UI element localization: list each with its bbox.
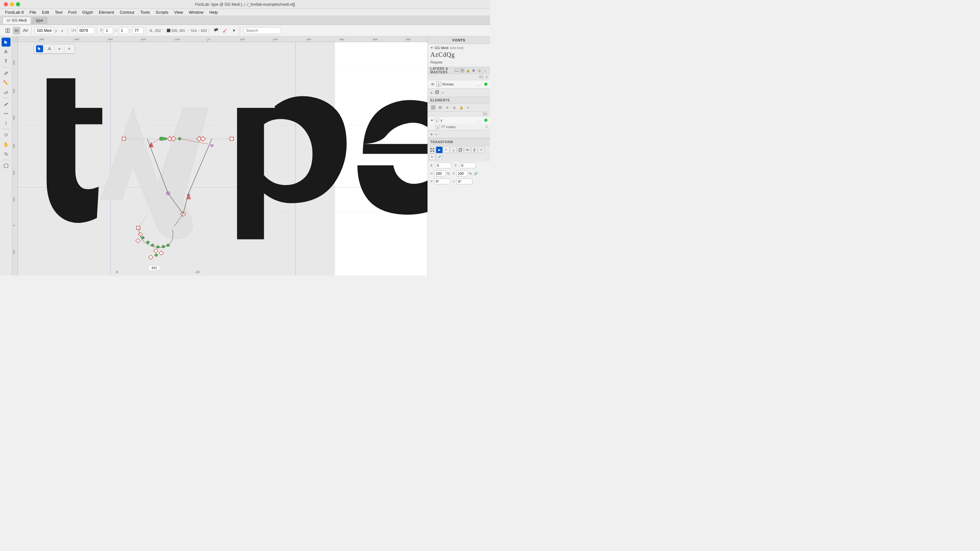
menu-glyph[interactable]: Glyph [80, 9, 96, 15]
menu-edit[interactable]: Edit [40, 9, 52, 15]
layer-eye-roman[interactable] [430, 82, 435, 86]
elem-icon-plus[interactable]: + [465, 105, 471, 110]
svg-text:0: 0 [13, 225, 15, 226]
tool-eraser[interactable] [2, 88, 11, 97]
tool-pointer[interactable] [2, 38, 11, 46]
svg-point-95 [432, 84, 433, 85]
tr-icon-flip-v[interactable] [471, 147, 477, 153]
canvas-area[interactable]: 500 -400 -300 -200 -100 0 100 200 300 40… [12, 37, 428, 275]
menu-view[interactable]: View [172, 9, 186, 15]
transform-rotate-input[interactable] [434, 179, 450, 184]
menu-scripts[interactable]: Scripts [153, 9, 171, 15]
layers-icon-add[interactable] [454, 68, 459, 73]
color-flag-btn[interactable]: 🏴 [212, 27, 220, 35]
tool-separator-1 [3, 67, 10, 67]
tool-type[interactable]: T [2, 57, 11, 66]
tool-text[interactable]: A [2, 47, 11, 56]
axis-options-btn[interactable]: ⬥ [58, 27, 66, 35]
font-name: GG Medi [434, 46, 449, 50]
tr-icon-copy[interactable] [457, 147, 463, 153]
toolbar-panels-btn[interactable] [4, 27, 11, 35]
layers-icon-gear[interactable]: ⚙ [471, 68, 476, 73]
toolbar-view-controls: Aı AV [2, 27, 32, 35]
elem-icon-list[interactable] [438, 105, 443, 110]
element-expand[interactable]: ▼ [430, 119, 434, 122]
element-y-row[interactable]: ▼ y y ... [428, 117, 490, 124]
tool-zoom[interactable] [2, 149, 11, 159]
tr-icon-cut[interactable]: ✂ [443, 147, 450, 153]
maximize-button[interactable] [16, 2, 20, 6]
advance-input[interactable] [104, 27, 113, 34]
transform-x-input[interactable] [436, 163, 452, 168]
tr-icon-play[interactable]: ▶ [436, 147, 442, 153]
tool-shapes[interactable] [2, 130, 11, 139]
layers-duplicate-btn[interactable] [435, 90, 439, 95]
svg-rect-50 [160, 137, 163, 140]
menu-tools[interactable]: Tools [138, 9, 153, 15]
elem-icon-x[interactable]: ✕ [444, 105, 450, 110]
transform-icons: ▶ ✂ ⚓ ↺ ↻ 🔗 [428, 145, 490, 161]
elem-icon-grid[interactable] [430, 105, 436, 110]
tr-icon-link[interactable]: 🔗 [436, 154, 442, 160]
elem-icon-lock[interactable]: 🔒 [458, 105, 464, 110]
tool-hand[interactable]: ✋ [2, 140, 11, 149]
unicode-input[interactable] [77, 27, 95, 34]
layers-icon-lock[interactable]: 🔒 [466, 68, 470, 73]
minimize-button[interactable] [10, 2, 14, 6]
menu-window[interactable]: Window [186, 9, 206, 15]
elements-delete-btn[interactable]: − [435, 132, 438, 137]
tool-pencil[interactable]: ✏️ [2, 78, 11, 87]
menu-text[interactable]: Text [52, 9, 65, 15]
menu-contour[interactable]: Contour [117, 9, 137, 15]
elements-title: ELEMENTS [430, 98, 450, 102]
toolbar-kern-btn[interactable]: AV [22, 27, 29, 35]
transform-scale-y[interactable] [456, 171, 468, 176]
coord-y-value: 481 [151, 266, 157, 270]
float-tool-select[interactable] [36, 45, 43, 52]
menu-bar: FontLab 8 File Edit Text Font Glyph Elem… [0, 9, 490, 16]
transform-skew-input[interactable] [457, 179, 473, 184]
menu-element[interactable]: Element [96, 9, 117, 15]
elem-icon-target[interactable]: ◎ [452, 105, 457, 110]
tr-icon-flip-h[interactable] [464, 147, 471, 153]
layers-icon-grid[interactable] [460, 68, 465, 73]
layer-name-input[interactable] [35, 27, 54, 34]
toolbar-node-btn[interactable]: Aı [13, 27, 21, 35]
toolbar-dropdown-btn[interactable]: ▾ [230, 27, 238, 35]
menu-file[interactable]: File [27, 9, 39, 15]
transform-scale-x[interactable] [434, 171, 445, 176]
window-title: FontLab: type @ GG Medi [../../_fontlab-… [195, 2, 295, 7]
menu-fontlab[interactable]: FontLab 8 [3, 9, 27, 15]
float-tool-next[interactable]: » [56, 45, 63, 52]
tool-pen[interactable] [2, 68, 11, 78]
menu-font[interactable]: Font [66, 9, 79, 15]
tab-type[interactable]: type [32, 17, 47, 24]
layers-delete-btn[interactable]: − [441, 90, 444, 95]
brush-btn[interactable] [221, 27, 229, 35]
height-input[interactable] [132, 27, 143, 34]
search-input[interactable] [243, 27, 282, 34]
tr-icon-anchor[interactable]: ⚓ [450, 147, 457, 153]
elements-add-btn[interactable]: + [430, 132, 433, 137]
element-y-sub: y 77 nodes 0 [428, 124, 490, 130]
tr-icon-rotate-cw[interactable]: ↻ [429, 154, 436, 160]
transform-y-input[interactable] [460, 163, 476, 168]
menu-help[interactable]: Help [207, 9, 220, 15]
tab-ggmedi[interactable]: ## GG Medi [3, 17, 31, 24]
tr-icon-rotate-ccw[interactable]: ↺ [478, 147, 485, 153]
tool-knife[interactable] [2, 100, 11, 108]
pt-input[interactable] [119, 27, 128, 34]
tool-nudge[interactable] [2, 119, 11, 127]
layers-add-btn[interactable]: + [430, 90, 433, 95]
layers-icon-circle[interactable]: ○ [483, 68, 487, 73]
glyph-canvas[interactable]: y 481 -9 -24 » × [18, 42, 428, 275]
tr-icon-corners[interactable] [429, 147, 436, 153]
close-button[interactable] [4, 2, 8, 6]
layer-roman[interactable]: y Roman ... [428, 80, 490, 88]
layers-icon-visible[interactable]: ◇ [477, 68, 482, 73]
toolbar-advance-section: Â ⬡ ↑ [98, 27, 146, 34]
float-tool-node[interactable] [46, 45, 53, 52]
tool-measure[interactable] [2, 109, 11, 118]
tool-fill[interactable] [2, 161, 11, 170]
float-close[interactable]: × [66, 45, 73, 52]
